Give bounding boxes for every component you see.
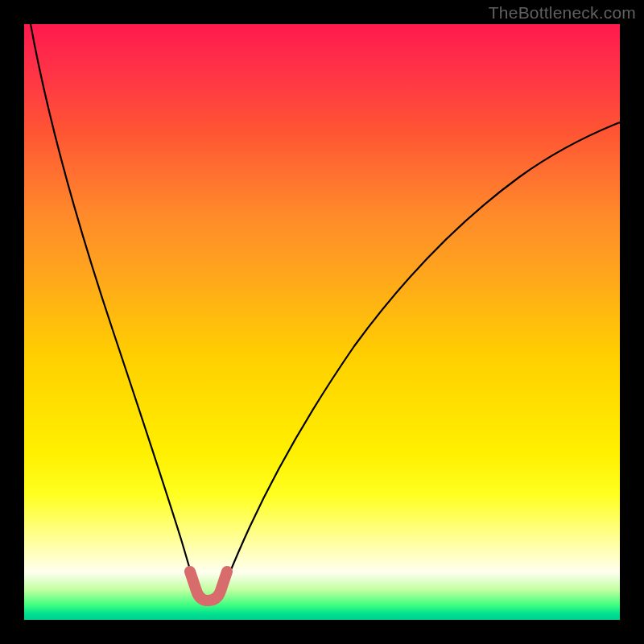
left-branch-curve xyxy=(31,24,196,591)
chart-frame: TheBottleneck.com xyxy=(0,0,644,644)
curve-layer xyxy=(24,24,620,620)
plot-area xyxy=(24,24,620,620)
trough-marker xyxy=(190,572,227,601)
right-branch-curve xyxy=(222,122,620,591)
watermark-text: TheBottleneck.com xyxy=(489,3,636,23)
